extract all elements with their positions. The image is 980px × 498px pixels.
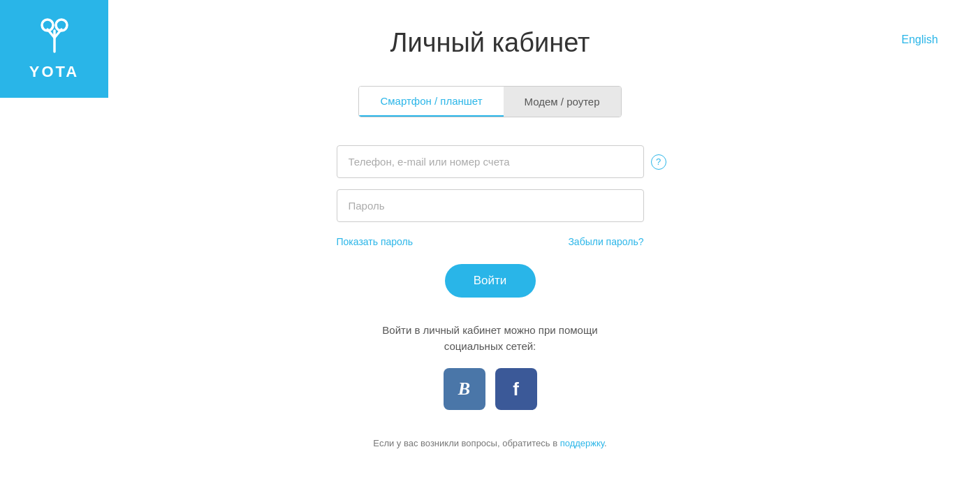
tab-smartphone[interactable]: Смартфон / планшет xyxy=(359,87,503,117)
social-login-description: Войти в личный кабинет можно при помощи … xyxy=(382,323,597,354)
username-input-wrapper: ? xyxy=(337,145,644,178)
form-container: ? Показать пароль Забыли пароль? Войти В… xyxy=(337,145,644,448)
password-row: Показать пароль Забыли пароль? xyxy=(337,236,644,247)
login-button[interactable]: Войти xyxy=(445,264,536,298)
forgot-password-link[interactable]: Забыли пароль? xyxy=(568,236,643,247)
facebook-icon: f xyxy=(513,379,519,400)
password-input[interactable] xyxy=(337,189,644,222)
show-password-link[interactable]: Показать пароль xyxy=(337,236,414,247)
facebook-login-button[interactable]: f xyxy=(495,368,537,410)
vk-icon: В xyxy=(458,379,470,400)
tab-modem[interactable]: Модем / роутер xyxy=(504,87,621,117)
language-link[interactable]: English xyxy=(902,34,938,46)
username-input[interactable] xyxy=(337,145,644,178)
social-buttons: В f xyxy=(444,368,537,410)
support-link[interactable]: поддержку xyxy=(560,438,604,448)
support-text: Если у вас возникли вопросы, обратитесь … xyxy=(373,438,606,448)
help-icon[interactable]: ? xyxy=(651,154,666,170)
main-content: Личный кабинет Смартфон / планшет Модем … xyxy=(0,0,980,448)
logo-area: YOTA xyxy=(0,0,108,98)
page-title: Личный кабинет xyxy=(390,28,590,58)
vk-login-button[interactable]: В xyxy=(444,368,485,410)
yota-logo-icon xyxy=(34,17,75,59)
tabs-container: Смартфон / планшет Модем / роутер xyxy=(358,86,621,117)
password-input-wrapper xyxy=(337,189,644,222)
logo-text: YOTA xyxy=(29,63,79,81)
